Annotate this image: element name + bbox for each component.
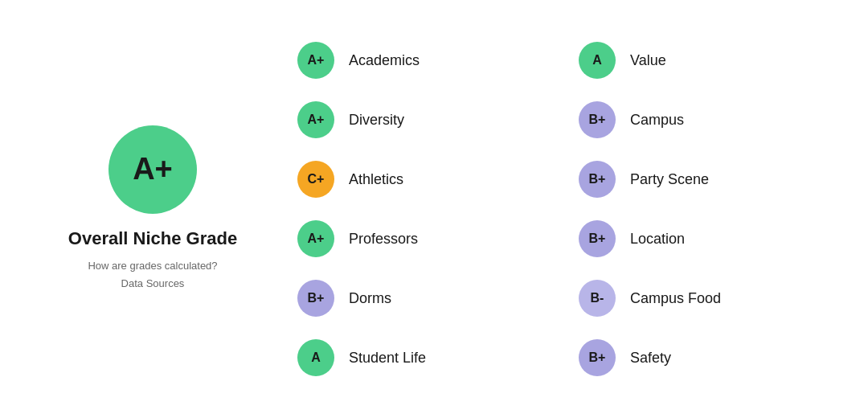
grade-badge: A+ [297,101,334,138]
overall-panel: A+ Overall Niche Grade How are grades ca… [32,125,273,293]
grade-badge: B+ [579,101,616,138]
grade-badge: A [297,339,334,376]
grades-calc-link[interactable]: How are grades calculated? [88,260,217,272]
overall-title: Overall Niche Grade [68,228,237,249]
grade-label: Safety [630,350,671,367]
overall-grade: A+ [133,152,173,186]
grade-label: Value [630,52,666,69]
right-grades-column: AValueB+CampusB+Party SceneB+LocationB-C… [555,31,836,387]
grade-label: Student Life [349,350,426,367]
grade-badge: B+ [579,339,616,376]
grade-item: A+Professors [289,209,538,268]
grade-item: B-Campus Food [571,268,820,328]
grades-panel: A+AcademicsA+DiversityC+AthleticsA+Profe… [273,31,836,387]
overall-subtitle: How are grades calculated? Data Sources [88,257,217,293]
grade-label: Athletics [349,171,403,188]
grade-label: Campus [630,112,684,129]
grade-badge: B+ [579,220,616,257]
grade-label: Campus Food [630,290,721,307]
grade-badge: B+ [297,280,334,317]
grade-item: B+Dorms [289,268,538,328]
grade-label: Diversity [349,112,404,129]
grade-item: C+Athletics [289,150,538,209]
main-container: A+ Overall Niche Grade How are grades ca… [0,14,868,404]
grade-item: B+Party Scene [571,150,820,209]
grade-item: AValue [571,31,820,90]
grade-badge: A+ [297,42,334,79]
grade-item: B+Safety [571,328,820,387]
grade-badge: B+ [579,161,616,198]
grade-label: Location [630,231,685,248]
grade-label: Dorms [349,290,391,307]
grade-label: Professors [349,231,418,248]
grade-item: A+Diversity [289,90,538,150]
grade-item: B+Location [571,209,820,268]
grade-badge: B- [579,280,616,317]
grade-badge: C+ [297,161,334,198]
grade-item: A+Academics [289,31,538,90]
grade-badge: A [579,42,616,79]
grade-label: Academics [349,52,420,69]
grade-label: Party Scene [630,171,709,188]
left-grades-column: A+AcademicsA+DiversityC+AthleticsA+Profe… [273,31,555,387]
grade-item: AStudent Life [289,328,538,387]
grade-item: B+Campus [571,90,820,150]
data-sources-link[interactable]: Data Sources [121,277,185,289]
grade-badge: A+ [297,220,334,257]
overall-badge: A+ [108,125,197,214]
